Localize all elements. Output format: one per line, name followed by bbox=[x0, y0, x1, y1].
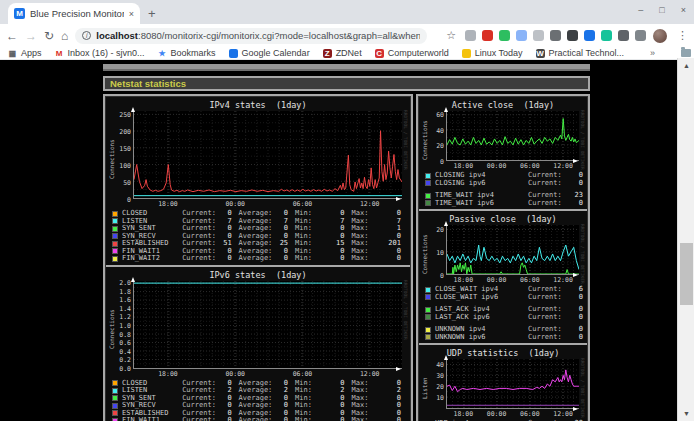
legend-stat-label: Current: bbox=[528, 180, 568, 187]
bookmark-star-icon[interactable]: ☆ bbox=[446, 29, 456, 42]
legend-swatch bbox=[112, 403, 118, 409]
legend-stat-label: Max: bbox=[352, 417, 387, 421]
bookmark-item[interactable]: ZZDNet bbox=[323, 48, 362, 58]
bookmark-label: ZDNet bbox=[336, 48, 362, 58]
legend-stat-label: Current: bbox=[528, 294, 568, 301]
bookmark-item[interactable]: CComputerworld bbox=[375, 48, 449, 58]
legend-swatch bbox=[425, 314, 431, 320]
new-tab-button[interactable]: + bbox=[148, 6, 156, 21]
graph-legend: CLOSING ipv4Current:0CLOSING ipv6Current… bbox=[425, 172, 585, 207]
computerworld-icon: C bbox=[375, 49, 384, 58]
copy-pages-extension-icon[interactable] bbox=[516, 30, 527, 41]
tab-favicon: M bbox=[14, 8, 25, 19]
browser-tab[interactable]: M Blue Precision Monitorix × bbox=[8, 3, 140, 24]
zdnet-icon: Z bbox=[323, 49, 332, 58]
search-extension-icon[interactable] bbox=[465, 30, 476, 41]
page-info-icon[interactable]: i bbox=[82, 31, 91, 40]
plot-area bbox=[133, 111, 402, 199]
forward-icon[interactable]: → bbox=[25, 30, 37, 42]
graph-legend: CLOSE_WAIT ipv4Current:6CLOSE_WAIT ipv6C… bbox=[425, 286, 585, 341]
legend-swatch bbox=[112, 241, 118, 247]
tab-queue-extension-icon[interactable] bbox=[635, 30, 646, 41]
browser-menu-icon[interactable]: ⋮ bbox=[677, 29, 688, 42]
grammarly-extension-icon[interactable] bbox=[601, 30, 612, 41]
udp-statistics-graph[interactable]: UDP statistics (1day)Listen1020304018:00… bbox=[421, 348, 585, 421]
legend-row: TIME_WAIT ipv6Current:0 bbox=[425, 200, 585, 208]
bookmark-item[interactable]: ▦Apps bbox=[8, 48, 42, 58]
bookmark-item[interactable]: Google Calendar bbox=[229, 48, 310, 58]
legend-stat-label: Current: bbox=[182, 417, 217, 421]
legend-stat-label: Max: bbox=[352, 255, 387, 262]
legend-swatch bbox=[112, 218, 118, 224]
legend-swatch bbox=[425, 287, 431, 293]
gmail-extension-icon[interactable] bbox=[482, 30, 493, 41]
y-axis-arrow-icon bbox=[131, 107, 135, 112]
bookmarks-overflow-icon[interactable]: » bbox=[650, 48, 655, 58]
rrdtool-watermark: RRDTOOL / TOBI OETIKER bbox=[580, 358, 585, 418]
home-icon[interactable]: ⌂ bbox=[61, 30, 68, 42]
y-axis-label: Connections bbox=[421, 225, 429, 284]
tab-strip: M Blue Precision Monitorix × + – □ × bbox=[0, 0, 694, 24]
dark-square-extension-icon[interactable] bbox=[567, 30, 578, 41]
scrollbar-thumb[interactable] bbox=[680, 243, 693, 305]
profile-avatar[interactable] bbox=[653, 29, 667, 43]
bookmark-item[interactable]: Linux Today bbox=[462, 48, 523, 58]
bookmark-label: Bookmarks bbox=[171, 48, 216, 58]
bookmark-item[interactable]: MInbox (16) - sjvn0... bbox=[55, 48, 145, 58]
y-axis-arrow-icon bbox=[444, 221, 448, 226]
right-graphs-panel: Active close (1day)Connections020406018:… bbox=[416, 94, 590, 421]
ipv6-states-graph[interactable]: IPv6 states (1day)Connections0.00.20.40.… bbox=[108, 270, 408, 421]
bookmark-item[interactable]: ★Bookmarks bbox=[158, 48, 216, 58]
tab-close-icon[interactable]: × bbox=[129, 9, 134, 19]
x-axis-ticks: 18:0000:0006:0012:00 bbox=[133, 369, 402, 378]
scroll-up-icon[interactable]: ▲ bbox=[678, 58, 694, 73]
legend-stat-label: Average: bbox=[239, 255, 274, 262]
x-axis-ticks: 18:0000:0006:0012:00 bbox=[446, 275, 579, 284]
legend-stat-value: 0 bbox=[386, 255, 401, 262]
bookmark-label: Apps bbox=[21, 48, 42, 58]
legend-stat-label: Current: bbox=[528, 334, 568, 341]
bookmark-item[interactable]: WPractical Technol... bbox=[536, 48, 624, 58]
minimize-button[interactable]: – bbox=[638, 4, 643, 16]
legend-swatch bbox=[112, 388, 118, 394]
cast-extension-icon[interactable] bbox=[550, 30, 561, 41]
gmail-icon: M bbox=[55, 49, 64, 58]
reload-icon[interactable]: ↻ bbox=[44, 30, 54, 42]
page-scrollbar[interactable]: ▲ ▼ bbox=[677, 58, 694, 421]
rrdtool-watermark: RRDTOOL / TOBI OETIKER bbox=[580, 110, 585, 170]
maximize-button[interactable]: □ bbox=[659, 4, 664, 16]
gray-square-extension-icon[interactable] bbox=[533, 30, 544, 41]
window-close-button[interactable]: × bbox=[681, 4, 686, 16]
bookmarks-bar: ▦AppsMInbox (16) - sjvn0...★BookmarksGoo… bbox=[0, 47, 694, 60]
y-axis-arrow-icon bbox=[131, 277, 135, 282]
legend-swatch bbox=[112, 233, 118, 239]
passive-close-graph[interactable]: Passive close (1day)Connections0102018:0… bbox=[421, 214, 585, 341]
active-close-graph[interactable]: Active close (1day)Connections020406018:… bbox=[421, 100, 585, 207]
puzzle-extensions-icon[interactable] bbox=[618, 30, 629, 41]
legend-swatch bbox=[112, 380, 118, 386]
legend-stat-label: Current: bbox=[182, 255, 217, 262]
ipv4-states-graph[interactable]: IPv4 states (1day)Connections05010015020… bbox=[108, 100, 408, 263]
x-axis-ticks: 18:0000:0006:0012:00 bbox=[446, 409, 579, 418]
calendar-icon bbox=[229, 49, 238, 58]
legend-swatch bbox=[425, 334, 431, 340]
other-bookmarks-button[interactable]: Other bookmarks bbox=[681, 48, 694, 58]
legend-swatch bbox=[425, 200, 431, 206]
previous-section-edge bbox=[103, 64, 590, 71]
legend-stat-value: 0 bbox=[274, 417, 289, 421]
y-axis-ticks: 050100150200250 bbox=[116, 111, 133, 208]
address-bar[interactable]: i localhost:8080/monitorix-cgi/monitorix… bbox=[75, 28, 427, 44]
scroll-down-icon[interactable]: ▼ bbox=[678, 406, 694, 421]
evernote-extension-icon[interactable] bbox=[499, 30, 510, 41]
legend-row: LAST_ACK ipv6Current:0 bbox=[425, 314, 585, 322]
legend-name: CLOSING ipv6 bbox=[435, 180, 528, 187]
monitorix-page: Netstat statistics IPv4 states (1day)Con… bbox=[0, 60, 694, 420]
back-icon[interactable]: ← bbox=[6, 30, 18, 42]
legend-swatch bbox=[112, 211, 118, 217]
messenger-extension-icon[interactable] bbox=[584, 30, 595, 41]
tab-title: Blue Precision Monitorix bbox=[30, 8, 124, 19]
bookmark-label: Practical Technol... bbox=[549, 48, 624, 58]
graph-title: IPv4 states (1day) bbox=[108, 100, 408, 110]
legend-stat-value: 0 bbox=[568, 180, 583, 187]
legend-name: LAST_ACK ipv6 bbox=[435, 314, 528, 321]
